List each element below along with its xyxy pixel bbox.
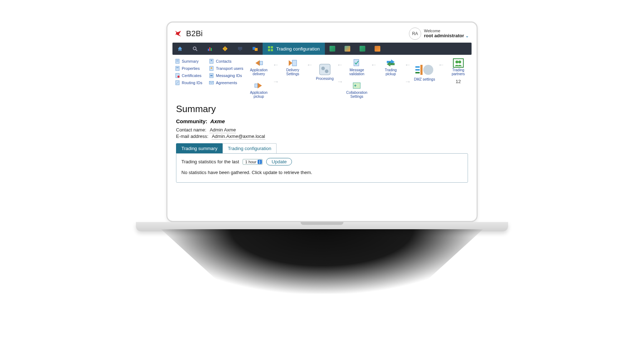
svg-point-41 (455, 61, 458, 63)
svg-rect-11 (268, 46, 270, 48)
link-routing-ids[interactable]: Routing IDs (175, 80, 202, 86)
brand-logo-icon (174, 29, 182, 38)
welcome-label: Welcome (424, 29, 469, 33)
tab-trading-configuration[interactable]: Trading configuration (223, 143, 277, 153)
nav-home-icon[interactable] (172, 43, 187, 55)
email-row: E-mail address: Admin.Axme@axme.local (176, 134, 468, 139)
header-bar: B2Bi RA Welcome root administrator ⌄ (172, 27, 472, 43)
user-block[interactable]: RA Welcome root administrator ⌄ (409, 28, 469, 40)
community-row: Community: Axme (176, 118, 468, 124)
svg-point-26 (211, 67, 212, 69)
arrow-right-icon (253, 81, 264, 90)
nav-chart-icon[interactable] (203, 43, 218, 55)
svg-rect-6 (225, 49, 225, 50)
arrow-left-icon (253, 58, 264, 68)
stats-controls: Trading statistics for the last 1 hour U… (181, 158, 463, 165)
stats-prefix: Trading statistics for the last (181, 159, 239, 164)
nav-trading-config[interactable]: Trading configuration (263, 43, 325, 55)
nav-alert-icon[interactable] (218, 43, 233, 55)
stats-empty-message: No statistics have been gathered. Click … (181, 170, 463, 175)
username-text: root administrator (424, 33, 464, 39)
workflow-link-col-2: Contacts Transport users Messaging IDs A… (209, 58, 243, 86)
user-text: Welcome root administrator ⌄ (424, 29, 469, 39)
node-processing[interactable]: Processing (316, 63, 333, 81)
link-certificates[interactable]: Certificates (175, 73, 202, 78)
update-button[interactable]: Update (266, 158, 292, 165)
link-messaging-ids[interactable]: Messaging IDs (209, 73, 243, 78)
link-summary[interactable]: Summary (175, 58, 202, 64)
node-delivery-settings[interactable]: Delivery Settings (282, 58, 303, 76)
svg-rect-28 (210, 75, 213, 76)
nav-module-1-icon[interactable] (325, 43, 340, 55)
gears-icon (318, 63, 332, 76)
nav-module-4-icon[interactable] (370, 43, 385, 55)
email-label: E-mail address: (176, 134, 208, 139)
email-value[interactable]: Admin.Axme@axme.local (212, 134, 265, 140)
contact-row: Contact name: Admin Axme (176, 127, 468, 133)
doc-icon (175, 58, 180, 64)
settings-box-icon (287, 58, 298, 68)
svg-rect-38 (420, 65, 423, 75)
laptop-shadow (161, 229, 483, 294)
svg-rect-3 (209, 47, 210, 51)
arrow-icon: ← (369, 58, 379, 69)
firewall-cloud-icon (415, 63, 434, 77)
svg-rect-33 (319, 64, 330, 75)
arrow-icon: ←→ (271, 58, 280, 86)
tab-trading-summary[interactable]: Trading summary (176, 143, 223, 153)
link-agreements[interactable]: Agreements (209, 80, 243, 86)
partners-icon (453, 58, 464, 68)
flow-col-msg: Message validation Collaboration Setting… (346, 58, 367, 98)
link-contacts[interactable]: Contacts (209, 58, 243, 64)
svg-rect-31 (255, 84, 258, 87)
contact-label: Contact name: (176, 127, 206, 133)
flow-diagram: Application delivery Application pickup … (248, 58, 469, 98)
node-app-pickup[interactable]: Application pickup (248, 81, 269, 98)
nav-monitor-icon[interactable] (233, 43, 248, 55)
svg-point-0 (193, 47, 196, 50)
cert-icon (175, 73, 180, 78)
avatar: RA (409, 28, 421, 40)
node-collab-settings[interactable]: Collaboration Settings (346, 81, 367, 98)
link-properties[interactable]: Properties (175, 66, 202, 71)
svg-rect-30 (260, 61, 263, 65)
svg-point-21 (177, 76, 180, 78)
svg-rect-32 (292, 60, 297, 66)
svg-rect-12 (271, 46, 273, 48)
svg-rect-2 (208, 49, 209, 51)
nav-trading-config-label: Trading configuration (276, 46, 320, 52)
nav-search-icon[interactable] (187, 43, 203, 55)
app-title: B2Bi (186, 29, 203, 38)
svg-rect-5 (225, 47, 225, 49)
node-app-delivery[interactable]: Application delivery (248, 58, 269, 76)
page-title: Summary (176, 103, 468, 115)
link-transport-users[interactable]: Transport users (209, 66, 243, 71)
node-trading-partners[interactable]: Trading partners (448, 58, 469, 76)
nav-module-2-icon[interactable] (340, 43, 355, 55)
nav-windows-icon[interactable] (248, 43, 263, 55)
contact-value[interactable]: Admin Axme (210, 127, 236, 133)
username[interactable]: root administrator ⌄ (424, 33, 469, 39)
arrow-icon: ←→ (335, 58, 345, 86)
workflow-link-columns: Summary Properties Certificates Routing … (175, 58, 243, 86)
workflow-strip: Summary Properties Certificates Routing … (172, 55, 472, 101)
svg-rect-19 (176, 67, 179, 68)
node-message-validation[interactable]: Message validation (346, 58, 367, 76)
chevron-down-icon: ⌄ (465, 34, 469, 38)
nav-module-3-icon[interactable] (355, 43, 370, 55)
trading-summary-panel: Trading statistics for the last 1 hour U… (176, 153, 468, 183)
svg-rect-10 (255, 48, 258, 51)
period-select[interactable]: 1 hour (243, 159, 263, 165)
svg-rect-4 (211, 48, 212, 51)
collab-icon (351, 81, 362, 90)
svg-rect-8 (239, 50, 241, 51)
svg-line-1 (196, 49, 197, 51)
content-area: Summary Community: Axme Contact name: Ad… (172, 101, 472, 184)
laptop-frame: B2Bi RA Welcome root administrator ⌄ (166, 21, 478, 294)
app-screen: B2Bi RA Welcome root administrator ⌄ (166, 21, 478, 222)
doc-icon (175, 66, 180, 71)
node-dmz-settings[interactable]: DMZ settings (414, 63, 435, 82)
svg-point-42 (458, 61, 461, 63)
node-trading-pickup[interactable]: Trading pickup (380, 58, 401, 76)
period-value: 1 hour (245, 160, 256, 164)
